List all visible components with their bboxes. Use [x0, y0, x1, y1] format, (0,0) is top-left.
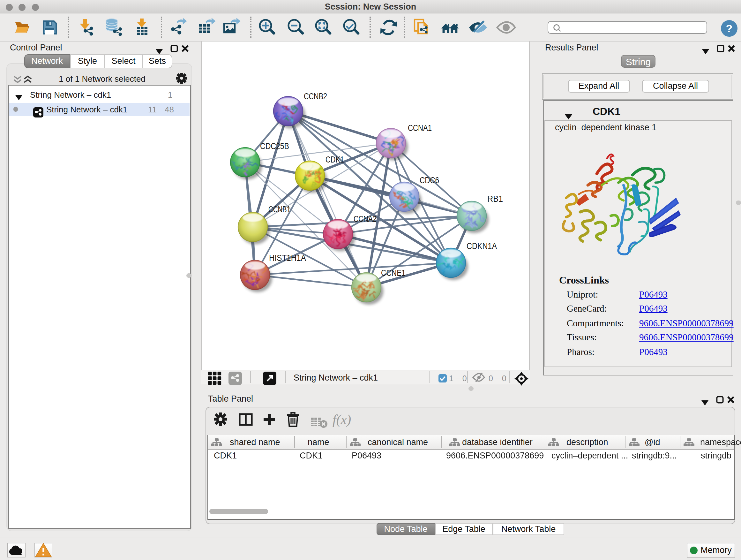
svg-text:HIST1H1A: HIST1H1A [269, 253, 306, 263]
svg-text:f(x): f(x) [333, 413, 351, 427]
svg-text:CDC6: CDC6 [419, 176, 439, 185]
svg-text:CCNB1: CCNB1 [268, 205, 290, 214]
svg-text:CDK1: CDK1 [325, 155, 344, 165]
svg-text:CCNA1: CCNA1 [408, 123, 431, 133]
svg-text:CCNE1: CCNE1 [381, 268, 405, 278]
svg-text:CCNB2: CCNB2 [304, 91, 327, 101]
svg-text:CDC25B: CDC25B [260, 141, 289, 151]
svg-text:CDKN1A: CDKN1A [466, 241, 496, 251]
svg-text:CCNA2: CCNA2 [353, 214, 376, 224]
svg-text:?: ? [726, 22, 733, 34]
svg-text:RB1: RB1 [487, 194, 502, 204]
